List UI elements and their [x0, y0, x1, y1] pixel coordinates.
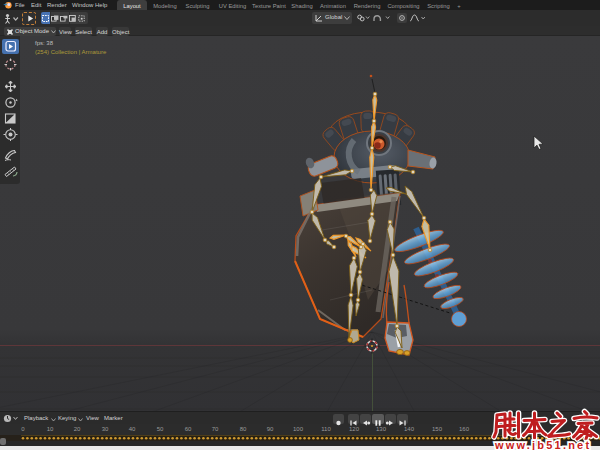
svg-text:www.jb51.net: www.jb51.net: [494, 439, 591, 450]
